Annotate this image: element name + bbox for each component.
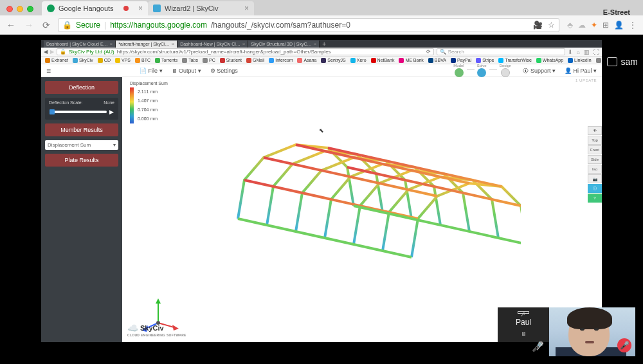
- view-camera-button[interactable]: 📷: [588, 174, 602, 183]
- bookmark-item[interactable]: NetBank: [370, 58, 396, 63]
- view-info-button[interactable]: ⓘ: [588, 184, 602, 193]
- reload-icon[interactable]: ⟳: [426, 49, 431, 55]
- bookmark-item[interactable]: Xero: [349, 58, 368, 63]
- window-minimize-traffic[interactable]: [17, 6, 23, 12]
- url-host: https://hangouts.google.com: [110, 21, 207, 30]
- extension-icon[interactable]: ⬘: [567, 21, 573, 30]
- inner-tab[interactable]: SkyCiv Structural 3D | SkyC…×: [248, 41, 320, 48]
- mode-solve[interactable]: Solve: [475, 64, 489, 77]
- mode-dot-icon: [455, 68, 464, 77]
- tab-close-icon[interactable]: ×: [138, 4, 143, 13]
- view-iso-button[interactable]: Iso: [588, 165, 602, 174]
- bookmark-item[interactable]: Student: [219, 58, 243, 63]
- self-video[interactable]: 🎤: [549, 307, 635, 356]
- view-visibility-button[interactable]: 👁: [588, 126, 602, 135]
- extension-icon[interactable]: ⊞: [602, 21, 609, 30]
- result-type-select[interactable]: Displacement Sum ▾: [45, 140, 118, 150]
- new-tab-icon[interactable]: +: [320, 41, 329, 48]
- plate-results-button[interactable]: Plate Results: [45, 154, 118, 167]
- home-icon[interactable]: ⌂: [577, 49, 580, 55]
- menu-user[interactable]: 👤 Hi Paul ▾: [565, 68, 597, 74]
- bookmark-item[interactable]: BBVA: [427, 58, 448, 63]
- bookmark-item[interactable]: Extranet: [44, 58, 69, 63]
- bookmark-item[interactable]: GMail: [245, 58, 266, 63]
- mic-muted-badge-icon[interactable]: 🎤: [617, 338, 631, 352]
- bookmark-item[interactable]: Torrents: [154, 58, 179, 63]
- bookmark-item[interactable]: BTC: [134, 58, 152, 63]
- reload-icon[interactable]: ⟳: [42, 20, 50, 30]
- bookmark-item[interactable]: LinkedIn: [566, 58, 592, 63]
- download-icon[interactable]: ⬇: [568, 49, 573, 55]
- inner-tab-active[interactable]: *aircraft-hanger | SkyCi…×: [116, 41, 177, 48]
- pip-participant-tile[interactable]: Paul 🖥 🎤̸: [498, 307, 549, 356]
- window-zoom-traffic[interactable]: [27, 6, 33, 12]
- star-icon[interactable]: ☆: [548, 21, 555, 30]
- view-top-button[interactable]: Top: [588, 136, 602, 145]
- fullscreen-icon[interactable]: ⛶: [593, 49, 599, 55]
- bookmark-item[interactable]: PayPal: [449, 58, 473, 63]
- menu-file[interactable]: 📄 File ▾: [140, 68, 163, 74]
- inner-location-field[interactable]: 🔒 SkyCiv Pty Ltd (AU) https://skyciv.com…: [57, 48, 434, 55]
- deflection-scale-row: Deflection Scale: None: [48, 100, 116, 105]
- member-results-button[interactable]: Member Results: [45, 123, 118, 136]
- close-icon[interactable]: ×: [172, 41, 175, 47]
- lock-icon: 🔒: [62, 21, 72, 30]
- inner-tab[interactable]: Dashboard | SkyCiv Cloud E…×: [44, 41, 116, 48]
- menu-output[interactable]: 🖥 Output ▾: [172, 68, 201, 74]
- view-side-button[interactable]: Side: [588, 155, 602, 164]
- chrome-tab-skyciv[interactable]: Wizard2 | SkyCiv ×: [148, 1, 254, 15]
- hamburger-icon[interactable]: ≡: [46, 66, 51, 75]
- bookmark-item[interactable]: Stripe: [475, 58, 495, 63]
- bookmark-item[interactable]: VPS: [114, 58, 132, 63]
- menu-support[interactable]: 🛈 Support ▾: [523, 68, 556, 74]
- bookmark-item[interactable]: WhatsApp: [535, 58, 565, 63]
- window-close-traffic[interactable]: [6, 6, 13, 12]
- skyciv-body: Deflection Deflection Scale: None ▶ Memb…: [41, 77, 602, 342]
- lock-icon: 🔒: [60, 49, 66, 55]
- deflection-slider[interactable]: [50, 111, 107, 113]
- menu-settings[interactable]: ⚙ Settings: [210, 68, 238, 74]
- mode-model[interactable]: Model: [451, 64, 466, 77]
- bookmark-item[interactable]: Intercom: [267, 58, 294, 63]
- chrome-tab-hangouts[interactable]: Google Hangouts ×: [42, 1, 148, 15]
- chrome-menu-icon[interactable]: ⋮: [629, 21, 637, 30]
- close-icon[interactable]: ×: [242, 41, 246, 47]
- mic-muted-icon[interactable]: 🎤̸: [532, 341, 544, 352]
- view-help-button[interactable]: ?: [588, 194, 602, 203]
- bookmark-item[interactable]: BG: [595, 58, 602, 63]
- bookmark-item[interactable]: Asana: [296, 58, 318, 63]
- bookmark-item[interactable]: CD: [96, 58, 112, 63]
- bookmark-item[interactable]: SkyCiv: [71, 58, 95, 63]
- bookmark-item[interactable]: PC: [201, 58, 217, 63]
- back-icon[interactable]: ←: [6, 20, 15, 30]
- chrome-toolbar: ← → ⟳ 🔒 Secure | https://hangouts.google…: [0, 15, 643, 35]
- deflection-button[interactable]: Deflection: [45, 81, 118, 94]
- play-icon[interactable]: ▶: [109, 109, 114, 115]
- view-front-button[interactable]: Front: [588, 145, 602, 154]
- inner-search-field[interactable]: 🔍 Search: [437, 48, 565, 55]
- favicon-icon: [498, 58, 503, 63]
- bookmark-item[interactable]: SentryJS: [320, 58, 347, 63]
- inner-forward-icon[interactable]: ▶: [50, 49, 54, 55]
- profile-icon[interactable]: 👤: [614, 21, 624, 30]
- tab-close-icon[interactable]: ×: [244, 4, 249, 13]
- extension-icon[interactable]: ☁: [578, 21, 586, 30]
- bookmark-item[interactable]: Tabs: [181, 58, 199, 63]
- favicon-icon: [536, 58, 541, 63]
- inner-tab[interactable]: Dashboard-New | SkyCiv Cl…×: [177, 41, 248, 48]
- extension-icon[interactable]: ✦: [591, 21, 597, 30]
- bookmark-item[interactable]: TransferWise: [497, 58, 532, 63]
- inner-back-icon[interactable]: ◀: [44, 49, 48, 55]
- omnibox[interactable]: 🔒 Secure | https://hangouts.google.com/h…: [58, 18, 559, 32]
- close-icon[interactable]: ×: [110, 41, 113, 47]
- bookmark-item[interactable]: ME Bank: [397, 58, 424, 63]
- viewport-canvas[interactable]: 1 UPDATE Displacement Sum 2.111 mm 1.407…: [122, 77, 602, 342]
- slider-thumb[interactable]: [50, 109, 55, 114]
- inner-tab-bar: Dashboard | SkyCiv Cloud E…× *aircraft-h…: [41, 40, 602, 48]
- sidebar-icon[interactable]: ▥: [584, 49, 590, 55]
- forward-icon[interactable]: →: [24, 20, 33, 30]
- camera-permission-icon[interactable]: 🎥: [533, 21, 543, 30]
- secure-label: Secure: [76, 21, 100, 30]
- close-icon[interactable]: ×: [313, 41, 316, 47]
- mode-design[interactable]: Design: [497, 64, 514, 77]
